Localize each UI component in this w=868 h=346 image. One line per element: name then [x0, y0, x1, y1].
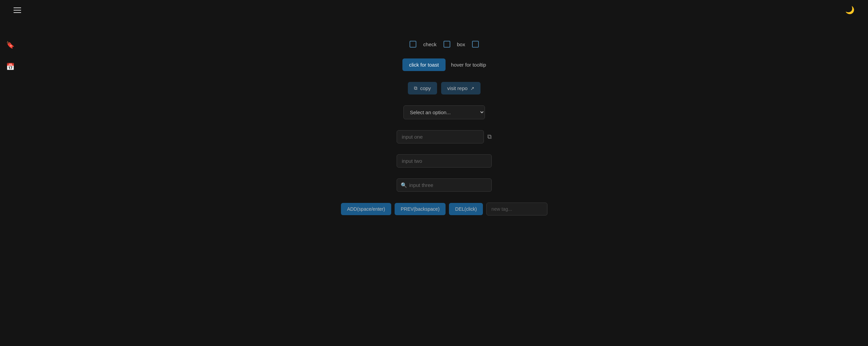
hover-for-tooltip-button[interactable]: hover for tooltip [451, 62, 486, 68]
copy-button[interactable]: ⧉ copy [408, 82, 437, 94]
top-bar: 🌙 [0, 0, 868, 20]
bookmark-icon[interactable]: 🔖 [6, 41, 15, 49]
checkbox-row: check box [410, 41, 478, 48]
del-tag-button[interactable]: DEL(click) [449, 203, 483, 215]
input-one-field[interactable] [397, 130, 484, 143]
checkbox-item-1 [410, 41, 416, 48]
checkbox-item-3 [472, 41, 479, 48]
tag-row: ADD(space/enter) PREV(backspace) DEL(cli… [341, 203, 547, 215]
input-one-copy-button[interactable]: ⧉ [487, 133, 492, 140]
main-content: check box click for toast hover for tool… [20, 20, 868, 346]
search-icon: 🔍 [401, 182, 407, 188]
visit-repo-button[interactable]: visit repo ↗ [441, 82, 481, 94]
options-select[interactable]: Select an option... [403, 105, 485, 119]
action-row: ⧉ copy visit repo ↗ [408, 82, 481, 94]
add-tag-button[interactable]: ADD(space/enter) [341, 203, 391, 215]
input-three-field[interactable] [397, 178, 492, 192]
center-panel: check box click for toast hover for tool… [359, 41, 529, 215]
select-wrapper: Select an option... [403, 105, 485, 119]
checkbox-3[interactable] [472, 41, 479, 48]
button-row: click for toast hover for tooltip [402, 58, 486, 71]
copy-icon: ⧉ [414, 85, 417, 91]
prev-tag-button[interactable]: PREV(backspace) [395, 203, 446, 215]
dark-mode-toggle[interactable]: 🌙 [845, 6, 854, 15]
click-for-toast-button[interactable]: click for toast [402, 58, 446, 71]
input-one-row: ⧉ [397, 130, 492, 143]
checkbox-item-2 [444, 41, 450, 48]
sidebar: 🔖 📅 [0, 20, 20, 346]
check-label: check [423, 41, 436, 47]
input-three-wrapper: 🔍 [397, 178, 492, 192]
hamburger-menu-button[interactable] [14, 7, 21, 13]
checkbox-2[interactable] [444, 41, 450, 48]
external-link-icon: ↗ [470, 86, 474, 91]
input-two-field[interactable] [397, 154, 492, 168]
calendar-icon[interactable]: 📅 [6, 63, 15, 71]
checkbox-1[interactable] [410, 41, 416, 48]
box-label: box [457, 41, 465, 47]
new-tag-input[interactable] [486, 203, 547, 215]
